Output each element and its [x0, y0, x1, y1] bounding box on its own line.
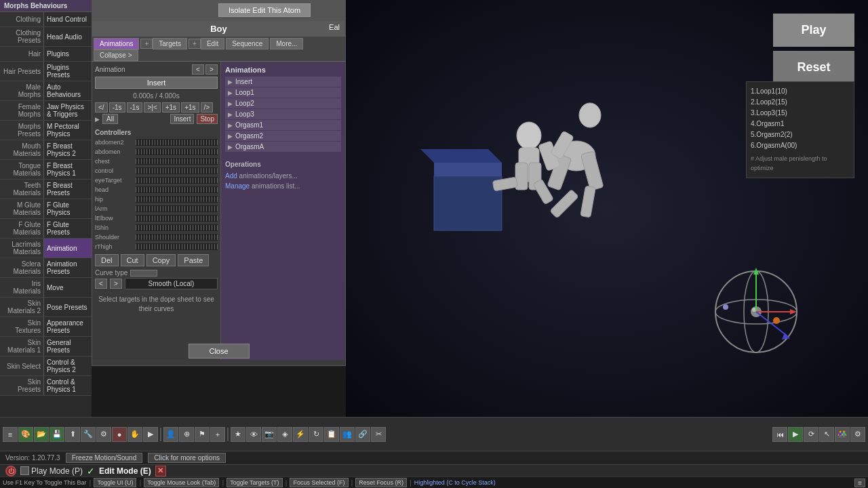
sidebar-right-19[interactable]: Control & Physics 1: [44, 376, 92, 395]
sidebar-item-7[interactable]: Mouth Materials F Breast Physics 2: [0, 140, 92, 160]
sidebar-right-4[interactable]: Auto Behaviours: [44, 81, 92, 100]
tool-play-small-icon[interactable]: ▶: [143, 427, 158, 442]
anim-loop3[interactable]: ▶ Loop3: [225, 109, 341, 119]
curve-slider[interactable]: [130, 270, 157, 277]
tool-settings2-icon[interactable]: ⚙: [850, 427, 865, 442]
tool-diamond-icon[interactable]: ◈: [277, 427, 292, 442]
sidebar-item-19[interactable]: Skin Presets Control & Physics 1: [0, 376, 92, 396]
tool-camera-icon[interactable]: 📷: [262, 427, 277, 442]
sidebar-right-15[interactable]: Pose Presets: [44, 298, 92, 317]
sidebar-item-13[interactable]: Sclera Materials Animation Presets: [0, 258, 92, 278]
del-button[interactable]: Del: [95, 254, 119, 266]
sidebar-right-14[interactable]: Move: [44, 278, 92, 297]
sidebar-item-6[interactable]: Morphs Presets M Pectoral Physics: [0, 121, 92, 140]
sidebar-right-12[interactable]: Animation: [44, 239, 92, 258]
tool-record-icon[interactable]: ●: [112, 427, 127, 442]
stop-btn[interactable]: Stop: [197, 114, 218, 124]
tool-save-icon[interactable]: 💾: [50, 427, 64, 442]
paste-button[interactable]: Paste: [178, 254, 209, 266]
tool-people-icon[interactable]: 👫: [835, 427, 850, 442]
sidebar-right-2[interactable]: Plugins: [44, 47, 92, 61]
tool-hand-icon[interactable]: ✋: [127, 427, 142, 442]
tab-collapse[interactable]: Collapse >: [94, 49, 138, 61]
tool-menu-icon[interactable]: ≡: [3, 427, 18, 442]
tool-back-icon[interactable]: ⏮: [772, 427, 787, 442]
sidebar-right-1[interactable]: Head Audio: [44, 27, 92, 46]
sidebar-item-16[interactable]: Skin Textures Appearance Presets: [0, 317, 92, 337]
tool-clipboard-icon[interactable]: 📋: [324, 427, 339, 442]
tab-animations[interactable]: Animations: [94, 38, 139, 49]
sidebar-item-11[interactable]: F Glute Materials F Glute Presets: [0, 219, 92, 239]
edit-mode-checkbox[interactable]: Edit Mode (E): [99, 466, 151, 476]
add-link[interactable]: Add animations/layers...: [225, 171, 341, 181]
cut-button[interactable]: Cut: [121, 254, 144, 266]
anim-loop1[interactable]: ▶ Loop1: [225, 87, 341, 98]
tab-edit[interactable]: Edit: [201, 38, 224, 49]
sidebar-right-0[interactable]: Hand Control: [44, 12, 92, 26]
isolate-button[interactable]: Isolate Edit This Atom: [218, 3, 311, 17]
trans-forward[interactable]: />: [201, 102, 214, 113]
tool-person-icon[interactable]: 👤: [163, 427, 178, 442]
trans-center[interactable]: >|<: [144, 102, 160, 113]
sidebar-item-5[interactable]: Female Morphs Jaw Physics & Triggers: [0, 101, 92, 121]
tool-group-icon[interactable]: 👥: [340, 427, 355, 442]
tool-refresh-icon[interactable]: ⟳: [804, 427, 818, 442]
sidebar-item-4[interactable]: Male Morphs Auto Behaviours: [0, 81, 92, 101]
tool-rotate-icon[interactable]: ↻: [309, 427, 323, 442]
sidebar-right-16[interactable]: Appearance Presets: [44, 317, 92, 336]
sidebar-right-5[interactable]: Jaw Physics & Triggers: [44, 101, 92, 120]
sidebar-right-7[interactable]: F Breast Physics 2: [44, 140, 92, 159]
tool-import-icon[interactable]: ⬆: [65, 427, 80, 442]
tab-sequence[interactable]: Sequence: [226, 38, 269, 49]
reset-button[interactable]: Reset: [773, 51, 854, 84]
anim-orgasm1[interactable]: ▶ Orgasm1: [225, 120, 341, 130]
freeze-button[interactable]: Freeze Motion/Sound: [66, 453, 143, 463]
trans-plus1s-1[interactable]: +1s: [162, 102, 180, 113]
anim-insert[interactable]: ▶ Insert: [225, 77, 341, 87]
curve-nav-left[interactable]: <: [95, 279, 107, 289]
sidebar-right-9[interactable]: F Breast Presets: [44, 180, 92, 199]
sidebar-item-0[interactable]: Clothing Hand Control: [0, 12, 92, 27]
trans-rewind[interactable]: </: [95, 102, 108, 113]
close-button[interactable]: Close: [188, 344, 249, 359]
sidebar-item-2[interactable]: Hair Plugins: [0, 47, 92, 62]
tool-wrench-icon[interactable]: 🔧: [81, 427, 96, 442]
sidebar-item-18[interactable]: Skin Select Control & Physics 2: [0, 357, 92, 376]
tool-flag-icon[interactable]: ⚑: [195, 427, 210, 442]
tool-play2-icon[interactable]: ▶: [788, 427, 803, 442]
sidebar-item-12[interactable]: Lacrimals Materials Animation: [0, 239, 92, 258]
sidebar-right-13[interactable]: Animation Presets: [44, 258, 92, 277]
anim-orgasm2[interactable]: ▶ Orgasm2: [225, 131, 341, 141]
tool-scene-icon[interactable]: 🎨: [18, 427, 33, 442]
sidebar-right-8[interactable]: F Breast Physics 1: [44, 160, 92, 179]
tool-gear-icon[interactable]: ⚙: [96, 427, 111, 442]
anim-loop2[interactable]: ▶ Loop2: [225, 98, 341, 108]
sidebar-right-6[interactable]: M Pectoral Physics: [44, 121, 92, 140]
sidebar-item-9[interactable]: Teeth Materials F Breast Presets: [0, 180, 92, 199]
sidebar-right-17[interactable]: General Presets: [44, 337, 92, 356]
tab-more[interactable]: More...: [270, 38, 303, 49]
tool-open-icon[interactable]: 📂: [34, 427, 49, 442]
tab-plus-1[interactable]: +: [140, 39, 153, 49]
tool-eye-icon[interactable]: 👁: [246, 427, 261, 442]
close-x-button[interactable]: ✕: [155, 466, 166, 476]
tool-plus-icon[interactable]: +: [210, 427, 225, 442]
tool-scissors-icon[interactable]: ✂: [371, 427, 386, 442]
tool-select-icon[interactable]: ↖: [819, 427, 834, 442]
trans-minus1s-1[interactable]: -1s: [109, 102, 125, 113]
sidebar-item-8[interactable]: Tongue Materials F Breast Physics 1: [0, 160, 92, 180]
nav-left-btn[interactable]: <: [192, 64, 204, 75]
play-mode-checkbox[interactable]: Play Mode (P): [20, 466, 83, 476]
sidebar-item-10[interactable]: M Glute Materials F Glute Physics: [0, 199, 92, 219]
sidebar-right-18[interactable]: Control & Physics 2: [44, 357, 92, 375]
tool-link-icon[interactable]: 🔗: [355, 427, 370, 442]
curve-nav-right[interactable]: >: [110, 279, 122, 289]
all-btn[interactable]: All: [102, 114, 118, 124]
insert-button[interactable]: Insert: [95, 77, 218, 89]
tab-targets[interactable]: Targets: [153, 38, 187, 49]
sidebar-right-3[interactable]: Plugins Presets: [44, 62, 92, 81]
hint-menu-btn[interactable]: ≡: [854, 479, 865, 487]
sidebar-item-15[interactable]: Skin Materials 2 Pose Presets: [0, 298, 92, 317]
sidebar-item-17[interactable]: Skin Materials 1 General Presets: [0, 337, 92, 357]
trans-minus1s-2[interactable]: -1s: [127, 102, 143, 113]
